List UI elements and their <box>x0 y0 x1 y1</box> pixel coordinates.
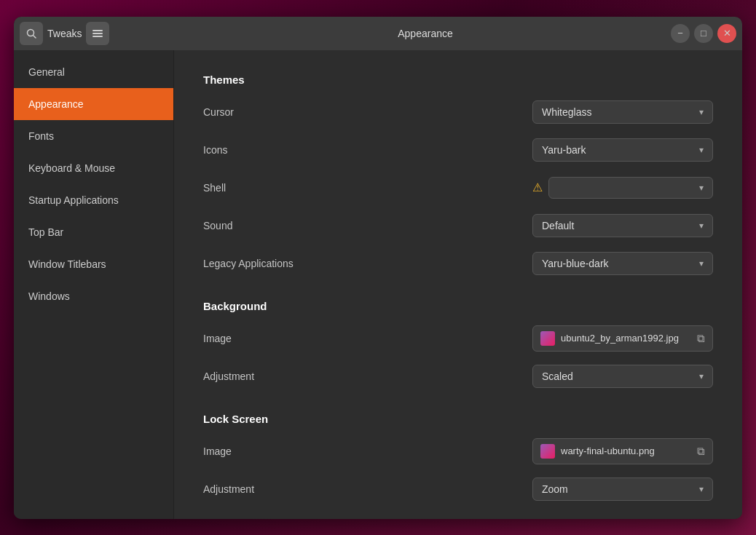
icons-dropdown[interactable]: Yaru-bark ▾ <box>532 138 713 162</box>
ls-image-field[interactable]: warty-final-ubuntu.png ⧉ <box>532 438 713 464</box>
sound-control: Default ▾ <box>532 214 713 237</box>
legacy-applications-dropdown[interactable]: Yaru-blue-dark ▾ <box>532 252 713 275</box>
ls-adjustment-label: Adjustment <box>203 483 532 495</box>
page-title: Appearance <box>180 28 671 39</box>
svg-line-1 <box>34 35 36 38</box>
shell-row: Shell ⚠ ▾ <box>203 175 713 201</box>
ls-adjustment-control: Zoom ▾ <box>532 477 713 501</box>
ls-adjustment-value: Zoom <box>542 483 568 495</box>
warning-icon: ⚠ <box>532 181 543 194</box>
bg-image-copy-button[interactable]: ⧉ <box>697 332 705 345</box>
sidebar-item-appearance[interactable]: Appearance <box>14 88 173 120</box>
ls-adjustment-row: Adjustment Zoom ▾ <box>203 476 713 502</box>
content-area: General Appearance Fonts Keyboard & Mous… <box>14 50 742 519</box>
bg-adjustment-row: Adjustment Scaled ▾ <box>203 363 713 389</box>
minimize-button[interactable]: − <box>671 24 690 43</box>
app-window: Tweaks Appearance − □ ✕ <box>14 17 742 519</box>
sidebar-item-fonts[interactable]: Fonts <box>14 120 173 152</box>
bg-adjustment-arrow: ▾ <box>699 371 704 381</box>
menu-button[interactable] <box>86 22 109 45</box>
bg-adjustment-label: Adjustment <box>203 370 532 382</box>
ls-image-thumbnail <box>540 444 555 459</box>
bg-image-label: Image <box>203 333 532 344</box>
ls-adjustment-arrow: ▾ <box>699 484 704 494</box>
svg-rect-3 <box>92 33 103 34</box>
cursor-dropdown-arrow: ▾ <box>699 107 704 117</box>
bg-adjustment-dropdown[interactable]: Scaled ▾ <box>532 365 713 388</box>
close-button[interactable]: ✕ <box>717 24 736 43</box>
bg-image-control: ubuntu2_by_arman1992.jpg ⧉ <box>532 325 713 352</box>
ls-adjustment-dropdown[interactable]: Zoom ▾ <box>532 477 713 501</box>
ls-image-control: warty-final-ubuntu.png ⧉ <box>532 438 713 464</box>
themes-section-title: Themes <box>203 74 713 86</box>
bg-image-row: Image ubuntu2_by_arman1992.jpg ⧉ <box>203 325 713 352</box>
sidebar-item-keyboard-mouse[interactable]: Keyboard & Mouse <box>14 152 173 184</box>
cursor-label: Cursor <box>203 106 532 118</box>
cursor-value: Whiteglass <box>542 106 591 118</box>
legacy-applications-value: Yaru-blue-dark <box>542 258 609 269</box>
sound-label: Sound <box>203 220 532 231</box>
shell-dropdown-arrow: ▾ <box>699 183 704 193</box>
bg-image-thumbnail <box>540 331 555 346</box>
legacy-applications-label: Legacy Applications <box>203 258 532 269</box>
cursor-row: Cursor Whiteglass ▾ <box>203 99 713 125</box>
bg-image-field[interactable]: ubuntu2_by_arman1992.jpg ⧉ <box>532 325 713 352</box>
cursor-dropdown[interactable]: Whiteglass ▾ <box>532 100 713 124</box>
icons-control: Yaru-bark ▾ <box>532 138 713 162</box>
main-content: Themes Cursor Whiteglass ▾ Icons Yaru-ba… <box>174 50 742 519</box>
bg-adjustment-value: Scaled <box>542 370 573 382</box>
titlebar: Tweaks Appearance − □ ✕ <box>14 17 742 50</box>
bg-adjustment-control: Scaled ▾ <box>532 365 713 388</box>
app-name: Tweaks <box>47 28 82 39</box>
legacy-applications-row: Legacy Applications Yaru-blue-dark ▾ <box>203 250 713 277</box>
window-controls: − □ ✕ <box>671 24 736 43</box>
legacy-dropdown-arrow: ▾ <box>699 258 704 269</box>
bg-image-name: ubuntu2_by_arman1992.jpg <box>561 333 691 344</box>
sound-dropdown-arrow: ▾ <box>699 221 704 231</box>
lock-screen-section-title: Lock Screen <box>203 413 713 425</box>
cursor-control: Whiteglass ▾ <box>532 100 713 124</box>
sidebar-item-window-titlebars[interactable]: Window Titlebars <box>14 248 173 280</box>
svg-rect-2 <box>92 30 103 31</box>
shell-dropdown[interactable]: ▾ <box>548 177 713 199</box>
shell-label: Shell <box>203 182 532 194</box>
sidebar-item-top-bar[interactable]: Top Bar <box>14 216 173 248</box>
maximize-button[interactable]: □ <box>694 24 713 43</box>
ls-image-name: warty-final-ubuntu.png <box>561 445 691 456</box>
ls-image-row: Image warty-final-ubuntu.png ⧉ <box>203 438 713 464</box>
sidebar-item-startup-applications[interactable]: Startup Applications <box>14 184 173 216</box>
sidebar-item-windows[interactable]: Windows <box>14 280 173 312</box>
legacy-applications-control: Yaru-blue-dark ▾ <box>532 252 713 275</box>
icons-value: Yaru-bark <box>542 144 586 156</box>
shell-control: ⚠ ▾ <box>532 177 713 199</box>
ls-image-label: Image <box>203 445 532 457</box>
sound-row: Sound Default ▾ <box>203 213 713 239</box>
sidebar: General Appearance Fonts Keyboard & Mous… <box>14 50 174 519</box>
icons-label: Icons <box>203 144 532 156</box>
svg-rect-4 <box>92 36 103 37</box>
titlebar-left: Tweaks <box>20 22 180 45</box>
sidebar-item-general[interactable]: General <box>14 56 173 88</box>
icons-row: Icons Yaru-bark ▾ <box>203 137 713 163</box>
search-button[interactable] <box>20 22 43 45</box>
icons-dropdown-arrow: ▾ <box>699 145 704 155</box>
background-section-title: Background <box>203 300 713 312</box>
ls-image-copy-button[interactable]: ⧉ <box>697 445 705 458</box>
sound-value: Default <box>542 220 574 231</box>
sound-dropdown[interactable]: Default ▾ <box>532 214 713 237</box>
